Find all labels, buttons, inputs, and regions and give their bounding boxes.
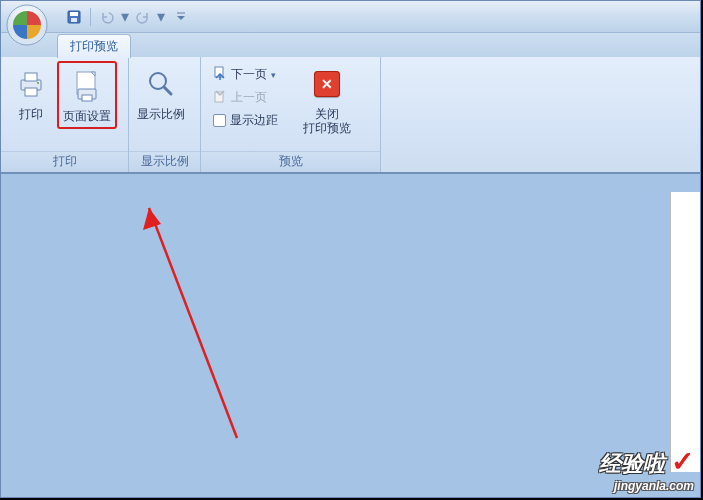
group-preview-label: 预览	[201, 151, 380, 172]
svg-rect-6	[25, 73, 37, 81]
zoom-label: 显示比例	[137, 107, 185, 121]
undo-icon[interactable]	[94, 6, 120, 28]
print-button[interactable]: 打印	[5, 61, 57, 125]
close-label-1: 关闭	[315, 107, 339, 121]
group-zoom: 显示比例 显示比例	[129, 57, 201, 172]
magnifier-icon	[143, 65, 179, 103]
group-zoom-label: 显示比例	[129, 151, 200, 172]
undo-dropdown-icon[interactable]: ▾	[120, 7, 130, 26]
svg-rect-7	[25, 88, 37, 96]
dropdown-icon: ▾	[271, 70, 276, 80]
zoom-button[interactable]: 显示比例	[133, 61, 189, 125]
group-preview: 下一页 ▾ 上一页 显示边距	[201, 57, 381, 172]
checkbox-icon	[213, 114, 226, 127]
next-page-label: 下一页	[231, 66, 267, 83]
close-label-2: 打印预览	[303, 121, 351, 135]
close-preview-button[interactable]: ✕ 关闭 打印预览	[295, 61, 359, 139]
svg-line-16	[149, 208, 237, 438]
annotation-arrow	[1, 174, 701, 500]
office-button[interactable]	[5, 3, 49, 47]
qat-separator	[90, 8, 91, 26]
show-margins-checkbox[interactable]: 显示边距	[209, 109, 289, 132]
app-window: ▾ ▾ 打印预览	[0, 0, 701, 498]
tab-label: 打印预览	[70, 39, 118, 53]
svg-rect-2	[70, 12, 78, 16]
watermark-check-icon: ✓	[671, 445, 694, 478]
watermark-url: jingyanla.com	[599, 479, 694, 493]
page-preview	[670, 192, 700, 472]
page-setup-button[interactable]: 页面设置	[57, 61, 117, 129]
watermark-brand: 经验啦	[599, 449, 665, 479]
page-setup-label: 页面设置	[63, 109, 111, 123]
group-print-label: 打印	[1, 151, 128, 172]
svg-rect-3	[71, 18, 77, 22]
watermark: 经验啦 ✓ jingyanla.com	[599, 445, 694, 493]
qat-customize-icon[interactable]	[176, 12, 186, 22]
svg-point-8	[37, 82, 39, 84]
preview-workspace[interactable]: 经验啦 ✓ jingyanla.com	[1, 173, 700, 497]
prev-page-icon	[213, 89, 227, 106]
titlebar: ▾ ▾	[1, 1, 700, 33]
redo-dropdown-icon[interactable]: ▾	[156, 7, 166, 26]
svg-marker-17	[143, 208, 161, 230]
print-label: 打印	[19, 107, 43, 121]
ribbon-tabs: 打印预览	[1, 33, 700, 57]
quick-access-toolbar: ▾ ▾	[61, 6, 186, 28]
ribbon: 打印 页面设置 打印	[1, 57, 700, 173]
group-print: 打印 页面设置 打印	[1, 57, 129, 172]
prev-page-button: 上一页	[209, 86, 289, 109]
page-setup-icon	[69, 67, 105, 105]
prev-page-label: 上一页	[231, 89, 267, 106]
tab-print-preview[interactable]: 打印预览	[57, 34, 131, 58]
printer-icon	[13, 65, 49, 103]
close-icon: ✕	[309, 65, 345, 103]
svg-rect-11	[82, 95, 92, 101]
redo-icon[interactable]	[130, 6, 156, 28]
save-icon[interactable]	[61, 6, 87, 28]
svg-line-13	[164, 87, 171, 94]
show-margins-label: 显示边距	[230, 112, 278, 129]
next-page-button[interactable]: 下一页 ▾	[209, 63, 289, 86]
next-page-icon	[213, 66, 227, 83]
